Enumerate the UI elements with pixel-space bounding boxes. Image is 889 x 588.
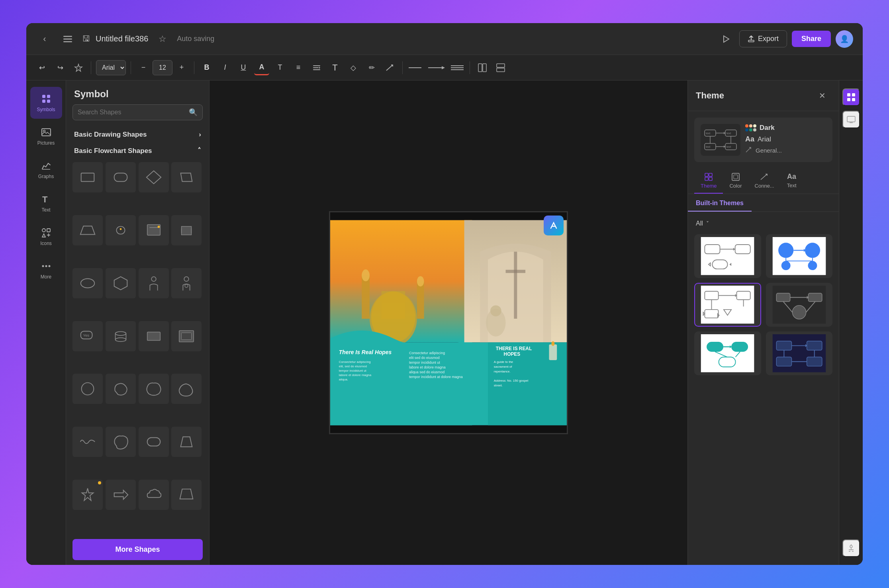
right-icon-grid[interactable] (842, 88, 860, 106)
right-icon-bar (839, 80, 863, 565)
more-shapes-button[interactable]: More Shapes (72, 539, 203, 560)
theme-card-default[interactable] (694, 234, 761, 278)
svg-rect-177 (847, 93, 850, 96)
tab-text[interactable]: Aa Text (781, 169, 803, 194)
shape-arrow[interactable] (106, 480, 136, 510)
user-avatar[interactable]: 👤 (836, 30, 853, 48)
shape-rectangle[interactable] (72, 162, 103, 192)
shape-document[interactable] (139, 215, 169, 245)
line-style-1-button[interactable] (407, 60, 423, 75)
right-icon-display[interactable] (842, 111, 860, 128)
sidebar-item-pictures[interactable]: Pictures (30, 120, 62, 152)
shape-star[interactable] (72, 480, 103, 510)
shape-wave[interactable] (72, 427, 103, 457)
shape-parallelogram[interactable] (171, 162, 202, 192)
theme-card-blue[interactable] (766, 234, 833, 278)
text-style-button[interactable]: T (272, 60, 288, 75)
shape-irregular-2[interactable] (139, 374, 169, 404)
shape-hexagon[interactable] (106, 268, 136, 298)
svg-text:elit, sed do eiusmod: elit, sed do eiusmod (339, 365, 367, 368)
menu-button[interactable] (59, 30, 76, 48)
theme-preview-card: text text text text (694, 118, 832, 162)
sidebar-item-graphs[interactable]: Graphs (30, 154, 62, 186)
search-input[interactable] (78, 109, 186, 116)
font-size-input[interactable] (153, 60, 172, 75)
svg-text:THERE IS REAL: THERE IS REAL (496, 346, 532, 351)
sidebar-item-text[interactable]: T Text (30, 187, 62, 219)
sidebar-item-more[interactable]: More (30, 254, 62, 286)
basic-drawing-shapes-header[interactable]: Basic Drawing Shapes › (66, 127, 209, 143)
theme-card-navy[interactable] (766, 331, 833, 375)
align-left-button[interactable]: ≡ (291, 60, 306, 75)
svg-rect-17 (497, 68, 505, 72)
format-button[interactable] (71, 60, 86, 75)
filter-all-label[interactable]: All (696, 220, 703, 227)
shape-cloud[interactable] (139, 480, 169, 510)
pen-button[interactable]: ✏ (364, 60, 379, 75)
font-size-decrease[interactable]: − (136, 60, 151, 75)
font-select[interactable]: Arial (96, 60, 126, 75)
connector-button[interactable] (382, 60, 398, 75)
theme-card-dark[interactable] (766, 283, 833, 327)
sidebar-item-symbols[interactable]: Symbols (30, 87, 62, 119)
shape-stadium[interactable] (106, 215, 136, 245)
built-in-themes-label[interactable]: Built-in Themes (688, 194, 752, 212)
shape-irregular-1[interactable] (106, 374, 136, 404)
shape-trapezoid[interactable] (72, 215, 103, 245)
play-button[interactable] (717, 30, 734, 48)
basic-flowchart-shapes-header[interactable]: Basic Flowchart Shapes ˄ (66, 143, 209, 159)
shape-frame[interactable] (171, 321, 202, 351)
bold-button[interactable]: B (199, 60, 214, 75)
text-button[interactable]: T (327, 60, 343, 75)
shape-rect-fill[interactable] (139, 321, 169, 351)
shape-oval[interactable] (72, 268, 103, 298)
favorite-button[interactable]: ☆ (154, 30, 171, 48)
shape-person-2[interactable] (171, 268, 202, 298)
filter-row: All ˅ (688, 216, 839, 231)
tab-connector[interactable]: Conne... (748, 169, 781, 194)
svg-rect-130 (772, 237, 826, 275)
right-icon-settings[interactable] (842, 539, 860, 557)
sidebar-item-icons[interactable]: Icons (30, 221, 62, 253)
svg-point-184 (850, 545, 852, 548)
line-style-3-button[interactable] (450, 60, 465, 75)
font-color-button[interactable]: A (254, 60, 269, 75)
line-style-2-button[interactable] (426, 60, 446, 75)
shape-misc[interactable] (171, 480, 202, 510)
panel-btn-1[interactable] (475, 60, 490, 75)
shape-irreg-3[interactable] (171, 374, 202, 404)
tab-theme[interactable]: Theme (694, 169, 723, 194)
toolbar-sep-5 (470, 61, 470, 74)
export-button[interactable]: Export (739, 30, 787, 47)
tab-color[interactable]: Color (723, 169, 748, 194)
shape-can[interactable] (106, 321, 136, 351)
underline-button[interactable]: U (236, 60, 251, 75)
theme-card-purple[interactable] (694, 283, 761, 327)
shape-rounded-rect[interactable] (106, 162, 136, 192)
align-v-button[interactable] (309, 60, 324, 75)
shape-button[interactable]: ◇ (346, 60, 361, 75)
italic-button[interactable]: I (217, 60, 233, 75)
close-panel-button[interactable]: ✕ (813, 87, 831, 104)
back-button[interactable]: ‹ (36, 30, 53, 48)
theme-card-teal[interactable] (694, 331, 761, 375)
redo-button[interactable]: ↪ (53, 60, 68, 75)
share-button[interactable]: Share (792, 31, 831, 47)
svg-text:aliqua sed do eiusmod: aliqua sed do eiusmod (409, 370, 444, 374)
shape-circle[interactable] (72, 374, 103, 404)
shape-trapezoid-2[interactable] (171, 427, 202, 457)
font-size-increase[interactable]: + (174, 60, 189, 75)
shape-rounded-rect-2[interactable] (139, 427, 169, 457)
panel-tabs: Theme Color Conne... (688, 169, 839, 194)
panel-btn-2[interactable] (493, 60, 508, 75)
undo-button[interactable]: ↩ (34, 60, 49, 75)
svg-rect-69 (362, 275, 370, 319)
shape-blob[interactable] (106, 427, 136, 457)
shape-cylinder[interactable] (171, 215, 202, 245)
svg-rect-179 (847, 98, 850, 101)
shape-diamond[interactable] (139, 162, 169, 192)
shape-callout[interactable]: Yes (72, 321, 103, 351)
shape-person[interactable] (139, 268, 169, 298)
svg-point-131 (778, 243, 793, 258)
canvas-area[interactable]: There Is Real Hopes Consectetur adipisci… (210, 80, 687, 565)
